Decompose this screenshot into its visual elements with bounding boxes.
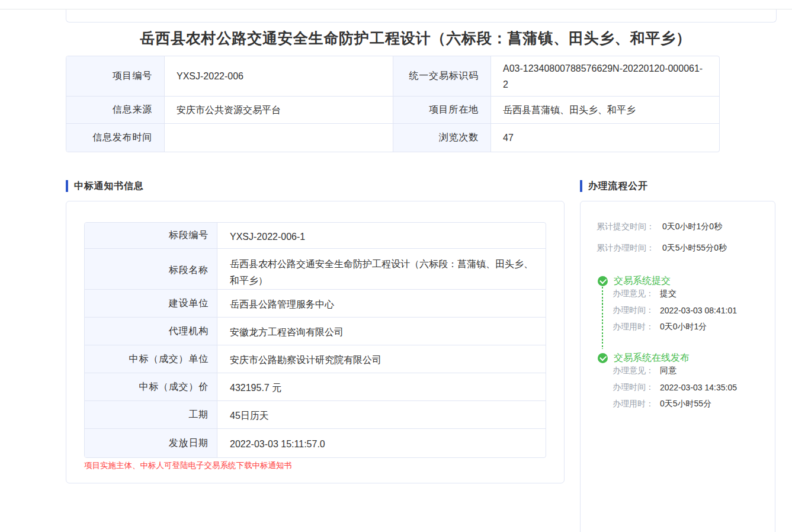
info-source-label: 信息来源	[66, 97, 165, 124]
issue-date-value: 2022-03-03 15:11:57.0	[217, 429, 546, 457]
duration-value: 45日历天	[217, 401, 546, 428]
process-section-header: 办理流程公开	[580, 180, 648, 192]
notice-row-construction-unit: 建设单位岳西县公路管理服务中心	[85, 290, 546, 318]
step-1-detail-2: 办理用时：0天0小时1分	[613, 321, 707, 333]
notice-section-title: 中标通知书信息	[74, 180, 144, 193]
notice-section-header: 中标通知书信息	[66, 180, 144, 192]
project-location-label: 项目所在地	[393, 97, 491, 124]
publish-time-value	[165, 124, 393, 152]
timeline-step-1-header: 交易系统提交	[598, 276, 671, 286]
step-2-detail-1: 办理时间：2022-03-03 14:35:05	[613, 382, 737, 393]
section-number-value: YXSJ-2022-006-1	[217, 223, 546, 248]
summary-row-submit-time: 累计提交时间：0天0小时1分0秒	[597, 221, 722, 233]
step-1-detail-1: 办理时间：2022-03-03 08:41:01	[613, 305, 737, 316]
step-1-detail-0: 办理意见：提交	[613, 288, 676, 300]
process-section-accent-bar	[580, 180, 582, 192]
agency-label: 代理机构	[85, 318, 217, 345]
project-number-value: YXSJ-2022-006	[165, 56, 393, 97]
timeline-step-1: 交易系统提交办理意见：提交办理时间：2022-03-03 08:41:01办理用…	[598, 276, 671, 286]
notice-row-section-number: 标段编号YXSJ-2022-006-1	[85, 223, 546, 249]
notice-row-winning-price: 中标（成交）价432195.7 元	[85, 373, 546, 401]
notice-download-note: 项目实施主体、中标人可登陆电子交易系统下载中标通知书	[84, 460, 292, 471]
section-number-label: 标段编号	[85, 223, 217, 248]
timeline-step-2-header: 交易系统在线发布	[598, 353, 690, 363]
winning-price-value: 432195.7 元	[217, 373, 546, 400]
view-count-value: 47	[491, 124, 719, 152]
agency-value: 安徽龙方工程咨询有限公司	[217, 318, 546, 345]
project-info-table: 项目编号YXSJ-2022-006统一交易标识码A03-123408007885…	[66, 56, 720, 152]
notice-row-winning-bidder: 中标（成交）单位安庆市公路勘察设计研究院有限公司	[85, 345, 546, 373]
summary-row-process-time: 累计办理时间：0天5小时55分0秒	[597, 242, 727, 254]
trade-id-label: 统一交易标识码	[393, 56, 491, 97]
timeline-connector	[602, 287, 603, 349]
publish-time-label: 信息发布时间	[66, 124, 165, 152]
winning-bidder-value: 安庆市公路勘察设计研究院有限公司	[217, 345, 546, 373]
page-title: 岳西县农村公路交通安全生命防护工程设计（六标段：菖蒲镇、田头乡、和平乡）	[66, 30, 765, 47]
check-circle-icon	[598, 353, 608, 363]
section-name-label: 标段名称	[85, 249, 217, 289]
breadcrumb-box	[66, 9, 777, 23]
notice-row-issue-date: 发放日期2022-03-03 15:11:57.0	[85, 429, 546, 457]
view-count-label: 浏览次数	[393, 124, 491, 152]
construction-unit-label: 建设单位	[85, 290, 217, 317]
notice-row-agency: 代理机构安徽龙方工程咨询有限公司	[85, 318, 546, 345]
construction-unit-value: 岳西县公路管理服务中心	[217, 290, 546, 317]
duration-label: 工期	[85, 401, 217, 428]
project-number-label: 项目编号	[66, 56, 165, 97]
section-name-value: 岳西县农村公路交通安全生命防护工程设计（六标段：菖蒲镇、田头乡、和平乡）	[217, 249, 546, 289]
trade-id-value: A03-12340800788576629N-20220120-000061-2	[491, 56, 719, 97]
step-2-detail-0: 办理意见：同意	[613, 365, 676, 377]
process-section-title: 办理流程公开	[588, 180, 648, 193]
process-card: 累计提交时间：0天0小时1分0秒累计办理时间：0天5小时55分0秒交易系统提交办…	[580, 201, 775, 532]
check-circle-icon	[598, 276, 608, 286]
notice-row-duration: 工期45日历天	[85, 401, 546, 429]
timeline-step-2: 交易系统在线发布办理意见：同意办理时间：2022-03-03 14:35:05办…	[598, 353, 690, 363]
winning-price-label: 中标（成交）价	[85, 373, 217, 400]
notice-section-accent-bar	[66, 180, 68, 192]
project-location-value: 岳西县菖蒲镇、田头乡、和平乡	[491, 97, 719, 124]
page: 岳西县农村公路交通安全生命防护工程设计（六标段：菖蒲镇、田头乡、和平乡） 项目编…	[0, 0, 792, 532]
notice-row-section-name: 标段名称岳西县农村公路交通安全生命防护工程设计（六标段：菖蒲镇、田头乡、和平乡）	[85, 249, 546, 290]
info-source-value: 安庆市公共资源交易平台	[165, 97, 393, 124]
winning-bidder-label: 中标（成交）单位	[85, 345, 217, 373]
step-2-detail-2: 办理用时：0天5小时55分	[613, 398, 711, 410]
issue-date-label: 发放日期	[85, 429, 217, 457]
notice-table: 标段编号YXSJ-2022-006-1标段名称岳西县农村公路交通安全生命防护工程…	[84, 222, 546, 458]
